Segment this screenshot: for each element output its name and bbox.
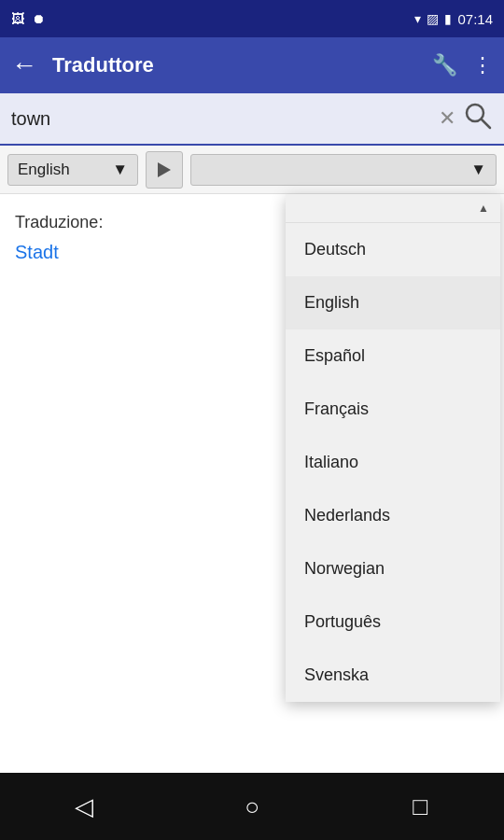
signal-icon: ▨ [427,11,439,26]
play-icon [158,162,171,177]
dropdown-item-nederlands[interactable]: Nederlands [286,489,500,542]
search-icon[interactable] [463,101,493,137]
dropdown-item-italiano[interactable]: Italiano [286,436,500,489]
dropdown-item-svenska[interactable]: Svenska [286,649,500,702]
dropdown-header: ▲ [286,194,500,223]
search-input[interactable] [11,108,431,130]
more-icon[interactable]: ⋮ [472,53,493,77]
status-time: 07:14 [457,11,493,27]
nav-back-button[interactable]: ◁ [61,783,107,830]
nav-home-button[interactable]: ○ [229,783,275,830]
status-bar-left: 🖼 ⏺ [11,11,45,26]
nav-recent-button[interactable]: □ [397,783,443,830]
dropdown-item-português[interactable]: Português [286,595,500,649]
source-language-dropdown[interactable]: English ▼ [7,154,138,186]
image-icon: 🖼 [11,11,24,26]
dropdown-item-english[interactable]: English [286,276,500,329]
search-bar: ✕ [0,93,504,146]
dropdown-close-arrow[interactable]: ▲ [478,202,489,215]
app-bar-icons: 🔧 ⋮ [432,53,493,77]
status-bar: 🖼 ⏺ ▾ ▨ ▮ 07:14 [0,0,504,37]
svg-line-1 [482,119,490,128]
target-language-dropdown[interactable]: ▼ [190,154,497,186]
translation-result[interactable]: Stadt [15,242,59,262]
status-bar-right: ▾ ▨ ▮ 07:14 [414,11,493,27]
language-dropdown-overlay: ▲ DeutschEnglishEspañolFrançaisItalianoN… [286,194,500,702]
source-language-label: English [18,161,70,179]
target-dropdown-arrow: ▼ [470,161,486,179]
wrench-icon[interactable]: 🔧 [432,53,457,77]
app-title: Traduttore [52,53,417,77]
language-row: English ▼ ▼ [0,146,504,194]
record-icon: ⏺ [32,11,45,26]
play-button[interactable] [146,151,183,189]
app-bar: ← Traduttore 🔧 ⋮ [0,37,504,93]
dropdown-item-français[interactable]: Français [286,383,500,436]
dropdown-item-norwegian[interactable]: Norwegian [286,542,500,595]
back-button[interactable]: ← [11,50,37,80]
clear-icon[interactable]: ✕ [439,106,455,131]
battery-icon: ▮ [444,11,452,26]
dropdown-item-español[interactable]: Español [286,329,500,383]
wifi-icon: ▾ [414,11,421,26]
dropdown-item-deutsch[interactable]: Deutsch [286,223,500,276]
source-dropdown-arrow: ▼ [112,161,128,179]
dropdown-items-list: DeutschEnglishEspañolFrançaisItalianoNed… [286,223,500,702]
bottom-nav: ◁ ○ □ [0,773,504,840]
